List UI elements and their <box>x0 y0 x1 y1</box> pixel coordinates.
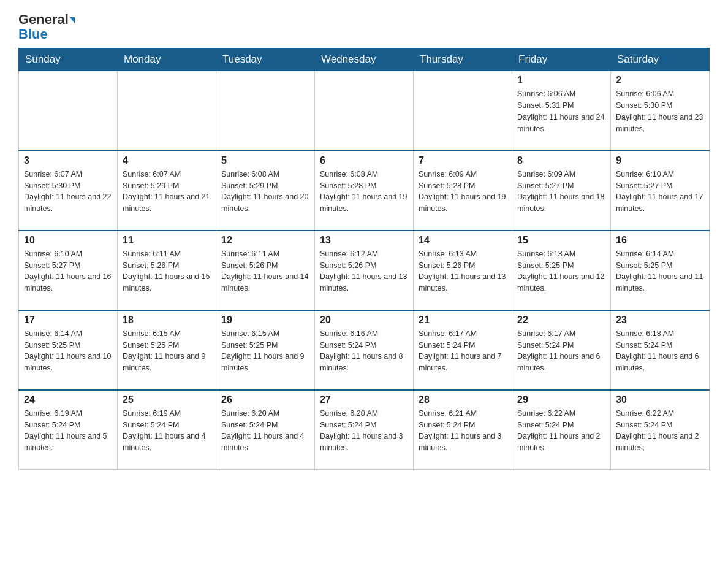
calendar-cell: 25Sunrise: 6:19 AMSunset: 5:24 PMDayligh… <box>118 390 216 470</box>
day-info: Sunrise: 6:09 AMSunset: 5:27 PMDaylight:… <box>517 169 605 215</box>
day-number: 7 <box>419 155 507 166</box>
calendar-cell: 15Sunrise: 6:13 AMSunset: 5:25 PMDayligh… <box>512 231 611 310</box>
logo-text: GeneralBlue <box>18 12 75 42</box>
day-info: Sunrise: 6:12 AMSunset: 5:26 PMDaylight:… <box>320 248 408 294</box>
logo: GeneralBlue <box>18 12 75 42</box>
calendar-cell: 3Sunrise: 6:07 AMSunset: 5:30 PMDaylight… <box>19 151 118 231</box>
calendar-cell: 12Sunrise: 6:11 AMSunset: 5:26 PMDayligh… <box>216 231 315 310</box>
day-number: 18 <box>123 315 211 326</box>
column-header-saturday: Saturday <box>611 48 710 71</box>
day-info: Sunrise: 6:20 AMSunset: 5:24 PMDaylight:… <box>221 408 309 454</box>
calendar-week-row: 10Sunrise: 6:10 AMSunset: 5:27 PMDayligh… <box>19 231 710 310</box>
day-info: Sunrise: 6:10 AMSunset: 5:27 PMDaylight:… <box>24 248 112 294</box>
day-info: Sunrise: 6:19 AMSunset: 5:24 PMDaylight:… <box>123 408 211 454</box>
calendar-cell: 4Sunrise: 6:07 AMSunset: 5:29 PMDaylight… <box>118 151 216 231</box>
calendar-cell: 5Sunrise: 6:08 AMSunset: 5:29 PMDaylight… <box>216 151 315 231</box>
calendar-cell <box>19 71 118 151</box>
day-info: Sunrise: 6:07 AMSunset: 5:29 PMDaylight:… <box>123 169 211 215</box>
calendar-header-row: SundayMondayTuesdayWednesdayThursdayFrid… <box>19 48 710 71</box>
day-number: 24 <box>24 394 112 405</box>
day-number: 1 <box>517 75 605 86</box>
calendar-cell: 21Sunrise: 6:17 AMSunset: 5:24 PMDayligh… <box>414 310 512 390</box>
column-header-wednesday: Wednesday <box>315 48 414 71</box>
day-info: Sunrise: 6:19 AMSunset: 5:24 PMDaylight:… <box>24 408 112 454</box>
calendar-cell: 28Sunrise: 6:21 AMSunset: 5:24 PMDayligh… <box>414 390 512 470</box>
day-number: 4 <box>123 155 211 166</box>
day-number: 14 <box>419 235 507 246</box>
day-info: Sunrise: 6:17 AMSunset: 5:24 PMDaylight:… <box>517 328 605 374</box>
calendar-cell: 7Sunrise: 6:09 AMSunset: 5:28 PMDaylight… <box>414 151 512 231</box>
calendar-cell: 20Sunrise: 6:16 AMSunset: 5:24 PMDayligh… <box>315 310 414 390</box>
day-info: Sunrise: 6:14 AMSunset: 5:25 PMDaylight:… <box>616 248 704 294</box>
calendar-cell: 10Sunrise: 6:10 AMSunset: 5:27 PMDayligh… <box>19 231 118 310</box>
day-number: 12 <box>221 235 309 246</box>
calendar-cell: 24Sunrise: 6:19 AMSunset: 5:24 PMDayligh… <box>19 390 118 470</box>
calendar-week-row: 3Sunrise: 6:07 AMSunset: 5:30 PMDaylight… <box>19 151 710 231</box>
day-info: Sunrise: 6:13 AMSunset: 5:26 PMDaylight:… <box>419 248 507 294</box>
day-number: 28 <box>419 394 507 405</box>
calendar-cell <box>216 71 315 151</box>
day-info: Sunrise: 6:06 AMSunset: 5:30 PMDaylight:… <box>616 88 704 134</box>
day-number: 22 <box>517 315 605 326</box>
calendar-cell: 6Sunrise: 6:08 AMSunset: 5:28 PMDaylight… <box>315 151 414 231</box>
calendar-cell <box>414 71 512 151</box>
day-info: Sunrise: 6:09 AMSunset: 5:28 PMDaylight:… <box>419 169 507 215</box>
day-number: 26 <box>221 394 309 405</box>
column-header-friday: Friday <box>512 48 611 71</box>
day-info: Sunrise: 6:15 AMSunset: 5:25 PMDaylight:… <box>221 328 309 374</box>
day-info: Sunrise: 6:16 AMSunset: 5:24 PMDaylight:… <box>320 328 408 374</box>
day-number: 9 <box>616 155 704 166</box>
day-info: Sunrise: 6:08 AMSunset: 5:28 PMDaylight:… <box>320 169 408 215</box>
day-number: 17 <box>24 315 112 326</box>
calendar-cell: 16Sunrise: 6:14 AMSunset: 5:25 PMDayligh… <box>611 231 710 310</box>
day-number: 21 <box>419 315 507 326</box>
calendar-cell: 18Sunrise: 6:15 AMSunset: 5:25 PMDayligh… <box>118 310 216 390</box>
day-info: Sunrise: 6:18 AMSunset: 5:24 PMDaylight:… <box>616 328 704 374</box>
day-number: 23 <box>616 315 704 326</box>
day-number: 3 <box>24 155 112 166</box>
day-number: 19 <box>221 315 309 326</box>
calendar-cell: 22Sunrise: 6:17 AMSunset: 5:24 PMDayligh… <box>512 310 611 390</box>
calendar-cell: 19Sunrise: 6:15 AMSunset: 5:25 PMDayligh… <box>216 310 315 390</box>
day-info: Sunrise: 6:15 AMSunset: 5:25 PMDaylight:… <box>123 328 211 374</box>
day-info: Sunrise: 6:20 AMSunset: 5:24 PMDaylight:… <box>320 408 408 454</box>
calendar-cell: 13Sunrise: 6:12 AMSunset: 5:26 PMDayligh… <box>315 231 414 310</box>
day-info: Sunrise: 6:11 AMSunset: 5:26 PMDaylight:… <box>221 248 309 294</box>
column-header-tuesday: Tuesday <box>216 48 315 71</box>
day-info: Sunrise: 6:14 AMSunset: 5:25 PMDaylight:… <box>24 328 112 374</box>
calendar-week-row: 24Sunrise: 6:19 AMSunset: 5:24 PMDayligh… <box>19 390 710 470</box>
column-header-sunday: Sunday <box>19 48 118 71</box>
day-info: Sunrise: 6:17 AMSunset: 5:24 PMDaylight:… <box>419 328 507 374</box>
day-info: Sunrise: 6:08 AMSunset: 5:29 PMDaylight:… <box>221 169 309 215</box>
day-info: Sunrise: 6:22 AMSunset: 5:24 PMDaylight:… <box>517 408 605 454</box>
calendar-cell: 23Sunrise: 6:18 AMSunset: 5:24 PMDayligh… <box>611 310 710 390</box>
day-info: Sunrise: 6:07 AMSunset: 5:30 PMDaylight:… <box>24 169 112 215</box>
calendar-week-row: 17Sunrise: 6:14 AMSunset: 5:25 PMDayligh… <box>19 310 710 390</box>
page-header: GeneralBlue <box>18 12 710 42</box>
calendar-cell: 9Sunrise: 6:10 AMSunset: 5:27 PMDaylight… <box>611 151 710 231</box>
day-info: Sunrise: 6:13 AMSunset: 5:25 PMDaylight:… <box>517 248 605 294</box>
day-number: 2 <box>616 75 704 86</box>
day-number: 13 <box>320 235 408 246</box>
day-number: 29 <box>517 394 605 405</box>
day-number: 15 <box>517 235 605 246</box>
calendar-cell: 27Sunrise: 6:20 AMSunset: 5:24 PMDayligh… <box>315 390 414 470</box>
day-number: 20 <box>320 315 408 326</box>
day-info: Sunrise: 6:21 AMSunset: 5:24 PMDaylight:… <box>419 408 507 454</box>
day-info: Sunrise: 6:22 AMSunset: 5:24 PMDaylight:… <box>616 408 704 454</box>
calendar-cell: 30Sunrise: 6:22 AMSunset: 5:24 PMDayligh… <box>611 390 710 470</box>
calendar-cell: 1Sunrise: 6:06 AMSunset: 5:31 PMDaylight… <box>512 71 611 151</box>
calendar-table: SundayMondayTuesdayWednesdayThursdayFrid… <box>18 48 710 470</box>
day-number: 27 <box>320 394 408 405</box>
day-number: 8 <box>517 155 605 166</box>
day-number: 11 <box>123 235 211 246</box>
calendar-week-row: 1Sunrise: 6:06 AMSunset: 5:31 PMDaylight… <box>19 71 710 151</box>
day-number: 30 <box>616 394 704 405</box>
day-info: Sunrise: 6:10 AMSunset: 5:27 PMDaylight:… <box>616 169 704 215</box>
day-number: 5 <box>221 155 309 166</box>
calendar-cell <box>118 71 216 151</box>
calendar-cell: 17Sunrise: 6:14 AMSunset: 5:25 PMDayligh… <box>19 310 118 390</box>
column-header-thursday: Thursday <box>414 48 512 71</box>
calendar-cell: 11Sunrise: 6:11 AMSunset: 5:26 PMDayligh… <box>118 231 216 310</box>
day-number: 16 <box>616 235 704 246</box>
